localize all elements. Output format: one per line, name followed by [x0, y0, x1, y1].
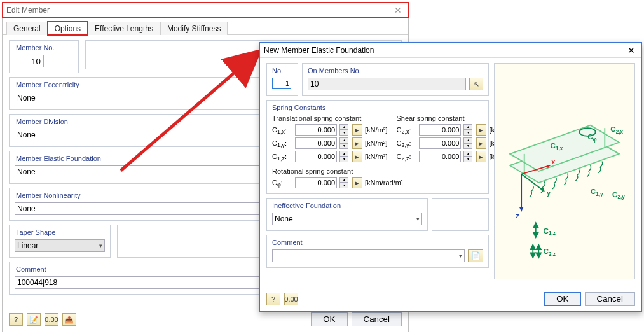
export-button[interactable]: 📤: [62, 313, 76, 326]
spinner-c1z[interactable]: ▴▾: [339, 151, 348, 162]
legend-eccentricity: Member Eccentricity: [15, 81, 81, 88]
legend-comment-front: Comment: [272, 239, 303, 246]
tab-general[interactable]: General: [6, 22, 48, 35]
heading-translational: Translational spring constant: [272, 115, 387, 122]
legend-nonlinearity: Member Nonlinearity: [15, 192, 81, 199]
info-c1z[interactable]: ▸: [352, 151, 362, 162]
help-button[interactable]: ?: [9, 313, 23, 326]
label-c1y: C1,y:: [272, 139, 292, 147]
member-no-input[interactable]: [15, 55, 44, 67]
label-c2z: C2,z:: [396, 153, 416, 160]
spinner-c1y[interactable]: ▴▾: [339, 137, 348, 149]
tab-modify-stiffness[interactable]: Modify Stiffness: [160, 22, 228, 35]
diagram-panel: x y z C1,x Cφ C2,x C1,y C2,y C1,z C2,z: [494, 63, 635, 279]
chevron-down-icon: ▾: [459, 253, 462, 259]
legend-elastic-foundation: Member Elastic Foundation: [15, 155, 102, 162]
svg-text:z: z: [516, 212, 519, 220]
svg-marker-8: [519, 207, 524, 211]
units-button[interactable]: 0.00: [45, 313, 58, 326]
ok-button-back[interactable]: OK: [311, 312, 347, 326]
info-c2z[interactable]: ▸: [476, 151, 486, 162]
svg-marker-23: [537, 245, 541, 249]
legend-comment-back: Comment: [15, 265, 48, 273]
on-members-input[interactable]: 10: [308, 78, 466, 90]
chevron-down-icon: ▾: [416, 216, 420, 222]
svg-text:C2,y: C2,y: [612, 190, 625, 200]
legend-division: Member Division: [15, 118, 69, 125]
note-button[interactable]: 📝: [27, 313, 41, 326]
info-c2y[interactable]: ▸: [476, 137, 486, 149]
legend-taper: Taper Shape: [15, 228, 57, 236]
svg-marker-24: [531, 253, 535, 257]
input-c1y[interactable]: 0.000: [295, 137, 337, 149]
spinner-cphi[interactable]: ▴▾: [339, 177, 348, 188]
help-button-front[interactable]: ?: [266, 293, 280, 305]
tab-options[interactable]: Options: [48, 22, 88, 35]
legend-spring-constants: Spring Constants: [272, 104, 325, 111]
tab-effective-lengths[interactable]: Effective Lengths: [88, 22, 160, 35]
spinner-c2x[interactable]: ▴▾: [463, 124, 472, 136]
input-c1x[interactable]: 0.000: [295, 124, 337, 136]
chevron-down-icon: ▾: [99, 242, 102, 249]
svg-text:C2,z: C2,z: [544, 247, 556, 257]
input-c2x[interactable]: 0.000: [419, 124, 461, 136]
svg-marker-6: [540, 186, 544, 191]
svg-marker-19: [533, 233, 538, 237]
cancel-button-front[interactable]: Cancel: [585, 292, 636, 306]
info-c1x[interactable]: ▸: [352, 124, 362, 136]
svg-text:x: x: [551, 158, 555, 165]
svg-marker-25: [537, 253, 541, 257]
spinner-c2z[interactable]: ▴▾: [463, 151, 472, 162]
legend-on-members: On Members No.: [308, 67, 361, 74]
foundation-no-input[interactable]: [272, 78, 291, 89]
taper-combo: Linear▾: [15, 239, 105, 252]
elastic-foundation-diagram: x y z C1,x Cφ C2,x C1,y C2,y C1,z C2,z: [498, 67, 631, 275]
label-c1x: C1,x:: [272, 126, 292, 134]
new-elastic-foundation-window: New Member Elastic Foundation ✕ No. On M…: [259, 42, 642, 312]
pick-members-button[interactable]: ↖: [469, 78, 483, 90]
svg-marker-18: [533, 223, 538, 227]
svg-text:y: y: [547, 189, 551, 197]
svg-text:C1,z: C1,z: [544, 227, 556, 237]
legend-no: No.: [272, 67, 283, 74]
label-c2x: C2,x:: [396, 126, 416, 134]
input-c1z[interactable]: 0.000: [295, 151, 337, 162]
input-c2z[interactable]: 0.000: [419, 151, 461, 162]
svg-text:C2,x: C2,x: [610, 125, 623, 136]
info-c2x[interactable]: ▸: [476, 124, 486, 136]
legend-member-no: Member No.: [15, 44, 56, 52]
info-cphi[interactable]: ▸: [352, 177, 362, 188]
heading-shear: Shear spring constant: [396, 115, 502, 122]
ineffective-combo[interactable]: None▾: [272, 213, 422, 225]
label-c1z: C1,z:: [272, 153, 292, 160]
label-c2y: C2,y:: [396, 139, 416, 147]
legend-ineffective: Ineffective Foundation: [272, 202, 341, 209]
spinner-c2y[interactable]: ▴▾: [463, 137, 472, 149]
ok-button-front[interactable]: OK: [544, 292, 580, 306]
cancel-button-back[interactable]: Cancel: [352, 312, 402, 326]
spinner-c1x[interactable]: ▴▾: [339, 124, 348, 136]
info-c1y[interactable]: ▸: [352, 137, 362, 149]
window-title-front: New Member Elastic Foundation: [264, 46, 374, 55]
input-c2y[interactable]: 0.000: [419, 137, 461, 149]
comment-front-combo[interactable]: ▾: [272, 249, 465, 262]
label-cphi: Cφ:: [272, 179, 292, 186]
svg-marker-22: [531, 245, 535, 249]
close-icon[interactable]: ✕: [392, 5, 404, 15]
close-icon[interactable]: ✕: [625, 45, 638, 55]
units-button-front[interactable]: 0.00: [284, 293, 298, 305]
heading-rotational: Rotational spring constant: [272, 167, 483, 175]
comment-library-button-front[interactable]: 📄: [468, 249, 483, 262]
titlebar-front: New Member Elastic Foundation ✕: [260, 43, 641, 58]
window-title: Edit Member: [6, 6, 50, 15]
tabs: General Options Effective Lengths Modify…: [3, 19, 408, 35]
svg-text:C1,y: C1,y: [591, 187, 603, 197]
titlebar-edit-member: Edit Member ✕: [3, 3, 408, 18]
input-cphi[interactable]: 0.000: [295, 177, 337, 188]
